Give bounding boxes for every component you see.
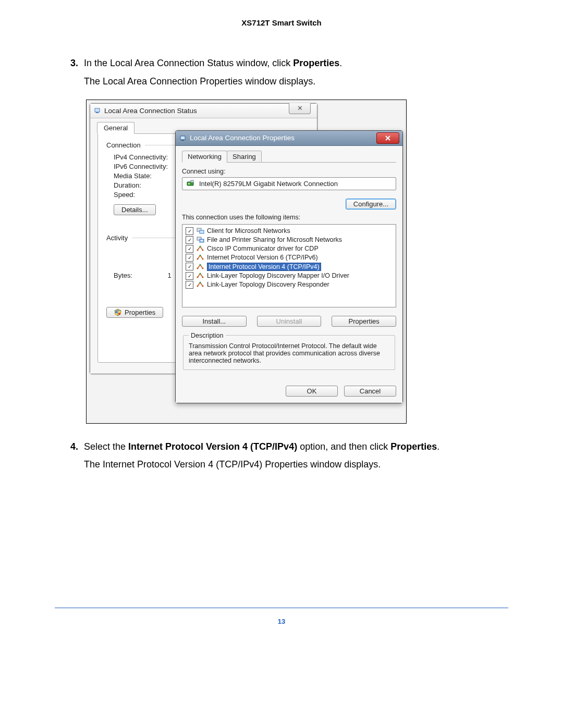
list-item[interactable]: ✓ File and Printer Sharing for Microsoft…: [185, 236, 394, 244]
configure-button[interactable]: Configure...: [346, 199, 396, 209]
list-item-label: Cisco IP Communicator driver for CDP: [207, 245, 319, 252]
step-3-sub: The Local Area Connection Properties win…: [84, 74, 508, 89]
svg-point-15: [202, 250, 204, 251]
checkbox-icon[interactable]: ✓: [186, 245, 193, 253]
bytes-label: Bytes:: [114, 272, 132, 279]
checkbox-icon[interactable]: ✓: [186, 263, 193, 270]
shield-icon: [114, 309, 122, 316]
adapter-field[interactable]: Intel(R) 82579LM Gigabit Network Connect…: [182, 177, 396, 190]
step-4-number: 4.: [70, 439, 84, 454]
uninstall-button: Uninstall: [257, 316, 322, 327]
step-4-after: .: [437, 441, 439, 452]
svg-point-21: [202, 267, 204, 269]
printer-icon: [197, 236, 205, 243]
properties-close-button[interactable]: [376, 132, 399, 144]
tab-sharing[interactable]: Sharing: [227, 151, 262, 163]
list-item-selected[interactable]: ✓ Internet Protocol Version 4 (TCP/IPv4): [185, 262, 394, 272]
footer-rule: [55, 608, 508, 608]
protocol-icon: [197, 272, 205, 279]
svg-point-27: [202, 286, 204, 287]
ok-button[interactable]: OK: [286, 386, 338, 397]
properties-title: Local Area Connection Properties: [190, 134, 295, 142]
description-text: Transmission Control Protocol/Internet P…: [189, 342, 389, 364]
list-item-label: Link-Layer Topology Discovery Responder: [207, 281, 329, 288]
protocol-icon: [197, 254, 205, 261]
bytes-value: 1: [167, 272, 171, 279]
svg-point-14: [197, 250, 199, 251]
checkbox-icon[interactable]: ✓: [186, 272, 193, 280]
svg-point-3: [118, 313, 120, 315]
checkbox-icon[interactable]: ✓: [186, 227, 193, 235]
svg-point-25: [200, 273, 201, 275]
status-tab-general[interactable]: General: [97, 122, 134, 134]
svg-point-17: [197, 258, 199, 260]
description-label: Description: [189, 332, 226, 339]
properties-titlebar: Local Area Connection Properties: [176, 131, 402, 146]
svg-rect-4: [180, 136, 185, 140]
step-4-bold2: Properties: [390, 441, 437, 452]
checkbox-icon[interactable]: ✓: [186, 254, 193, 262]
list-item[interactable]: ✓ Client for Microsoft Networks: [185, 227, 394, 236]
client-icon: [197, 227, 205, 235]
status-titlebar: Local Area Connection Status ✕: [90, 104, 317, 118]
step-4-text-before: Select the: [84, 441, 128, 452]
cancel-button[interactable]: Cancel: [344, 386, 396, 397]
adapter-name: Intel(R) 82579LM Gigabit Network Connect…: [199, 180, 338, 188]
connection-label: Connection: [106, 141, 141, 149]
install-button[interactable]: Install...: [182, 316, 247, 327]
tab-networking[interactable]: Networking: [182, 151, 227, 163]
list-item-label: Link-Layer Topology Discovery Mapper I/O…: [207, 272, 349, 279]
description-group: Description Transmission Control Protoco…: [183, 332, 395, 370]
svg-rect-13: [201, 240, 203, 241]
step-3-text-after: .: [339, 58, 342, 68]
list-item[interactable]: ✓ Internet Protocol Version 6 (TCP/IPv6): [185, 253, 394, 262]
list-item-label: File and Printer Sharing for Microsoft N…: [207, 236, 342, 243]
list-item-label: Internet Protocol Version 4 (TCP/IPv4): [207, 263, 321, 271]
list-item-label: Client for Microsoft Networks: [207, 227, 290, 235]
items-listbox[interactable]: ✓ Client for Microsoft Networks ✓ File a…: [182, 224, 396, 307]
activity-label: Activity: [106, 234, 128, 242]
list-item[interactable]: ✓ Cisco IP Communicator driver for CDP: [185, 244, 394, 253]
close-icon: [385, 135, 391, 141]
svg-point-2: [115, 311, 117, 313]
svg-point-22: [200, 264, 201, 265]
figure: Local Area Connection Status ✕ General C…: [86, 100, 407, 424]
protocol-icon: [197, 245, 205, 252]
step-4-sub: The Internet Protocol Version 4 (TCP/IPv…: [84, 457, 508, 472]
properties-window: Local Area Connection Properties Network…: [175, 130, 403, 403]
svg-rect-5: [181, 140, 184, 141]
checkbox-icon[interactable]: ✓: [186, 281, 193, 289]
step-3-text-before: In the Local Area Connection Status wind…: [84, 58, 293, 68]
svg-rect-7: [188, 183, 190, 184]
svg-point-19: [200, 255, 201, 256]
network-icon: [93, 107, 101, 115]
svg-point-20: [197, 267, 199, 269]
svg-point-18: [202, 258, 204, 260]
properties-tabs: NetworkingSharing: [182, 150, 396, 163]
step-3-number: 3.: [70, 56, 84, 71]
protocol-icon: [197, 281, 205, 288]
step-3: 3. In the Local Area Connection Status w…: [70, 56, 508, 71]
svg-point-23: [197, 277, 199, 278]
svg-rect-1: [96, 112, 99, 113]
svg-point-26: [197, 286, 199, 287]
checkbox-icon[interactable]: ✓: [186, 236, 193, 244]
list-item-label: Internet Protocol Version 6 (TCP/IPv6): [207, 254, 318, 261]
status-close-button[interactable]: ✕: [289, 103, 311, 114]
page-number: 13: [55, 618, 508, 625]
protocol-icon: [197, 263, 205, 270]
connect-using-label: Connect using:: [182, 168, 396, 175]
status-properties-button[interactable]: Properties: [106, 307, 163, 318]
list-item[interactable]: ✓ Link-Layer Topology Discovery Mapper I…: [185, 272, 394, 280]
step-3-bold: Properties: [293, 58, 339, 68]
nic-icon: [187, 180, 195, 187]
items-label: This connection uses the following items…: [182, 214, 396, 221]
status-title: Local Area Connection Status: [104, 107, 197, 115]
svg-point-24: [202, 277, 204, 278]
step-4: 4. Select the Internet Protocol Version …: [70, 439, 508, 454]
network-icon: [179, 134, 187, 142]
list-item[interactable]: ✓ Link-Layer Topology Discovery Responde…: [185, 280, 394, 289]
details-button[interactable]: Details...: [114, 204, 156, 215]
step-4-text: Select the Internet Protocol Version 4 (…: [84, 439, 508, 454]
item-properties-button[interactable]: Properties: [332, 316, 396, 327]
